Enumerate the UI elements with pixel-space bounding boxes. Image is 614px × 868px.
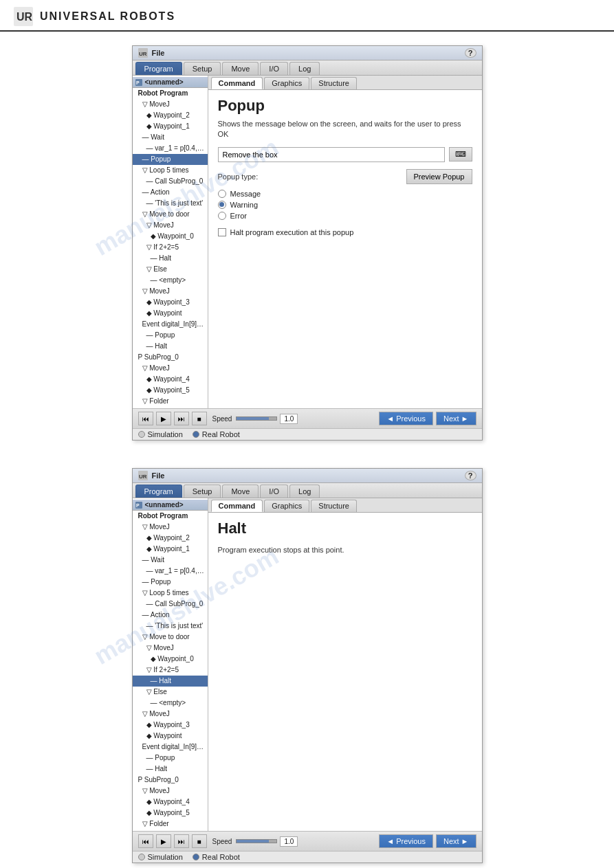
radio-warning[interactable]: Warning [218, 201, 472, 209]
tab1-setup[interactable]: Setup [184, 62, 221, 75]
tree-item-5[interactable]: — var_1 = p[0.4,0.4,0.0 [133, 143, 208, 154]
next-btn2[interactable]: Next ► [436, 834, 476, 848]
prev-btn1[interactable]: ◄ Previous [379, 412, 433, 425]
tree2-item-28[interactable]: ▽ Folder [133, 819, 208, 830]
tree-item-0[interactable]: Robot Program [133, 88, 208, 99]
tree-item-23[interactable]: — Halt [133, 341, 208, 352]
tree-item-24[interactable]: P SubProg_0 [133, 352, 208, 363]
tree-item-15[interactable]: — Halt [133, 253, 208, 264]
tab1-program[interactable]: Program [135, 62, 182, 75]
tree2-item-13[interactable]: ◆ Waypoint_0 [133, 654, 208, 665]
tree-item-10[interactable]: — 'This is just text' [133, 198, 208, 209]
tree2-item-27[interactable]: ◆ Waypoint_5 [133, 808, 208, 819]
tab1-log[interactable]: Log [289, 62, 320, 75]
tree2-item-21[interactable]: Event digital_In[9]=Fals [133, 742, 208, 753]
tree2-item-14[interactable]: ▽ If 2+2=5 [133, 665, 208, 676]
transport2-stop-btn[interactable]: ■ [192, 834, 207, 848]
tree-item-16[interactable]: ▽ Else [133, 264, 208, 275]
tree-item-21[interactable]: Event digital_In[9]=Fals [133, 319, 208, 330]
tree2-item-19[interactable]: ◆ Waypoint_3 [133, 720, 208, 731]
subtab2-command[interactable]: Command [211, 500, 263, 512]
radio-message[interactable]: Message [218, 190, 472, 198]
tree2-item-0[interactable]: Robot Program [133, 511, 208, 522]
transport-start-btn[interactable]: ⏮ [138, 412, 153, 425]
tree-item-27[interactable]: ◆ Waypoint_5 [133, 385, 208, 396]
subtab2-graphics[interactable]: Graphics [264, 500, 309, 512]
tree2-item-16[interactable]: ▽ Else [133, 687, 208, 698]
tree-item-22[interactable]: — Popup [133, 330, 208, 341]
tree-item-18[interactable]: ▽ MoveJ [133, 286, 208, 297]
tree-item-20[interactable]: ◆ Waypoint [133, 308, 208, 319]
transport-play-btn[interactable]: ▶ [156, 412, 171, 425]
transport2-start-btn[interactable]: ⏮ [138, 834, 153, 848]
real-robot-item2[interactable]: Real Robot [193, 853, 240, 861]
tree2-item-5[interactable]: — var_1 = p[0.4,0.4,0.0 [133, 566, 208, 577]
tree-item-4[interactable]: — Wait [133, 132, 208, 143]
tree2-item-7[interactable]: ▽ Loop 5 times [133, 588, 208, 599]
transport-end-btn[interactable]: ⏭ [174, 412, 189, 425]
tree-item-28[interactable]: ▽ Folder [133, 396, 208, 407]
tree-item-14[interactable]: ▽ If 2+2=5 [133, 242, 208, 253]
prev-btn2[interactable]: ◄ Previous [379, 834, 433, 848]
help-icon1[interactable]: ? [465, 48, 476, 58]
tree-item-19[interactable]: ◆ Waypoint_3 [133, 297, 208, 308]
tab1-io[interactable]: I/O [260, 62, 288, 75]
tree2-item-1[interactable]: ▽ MoveJ [133, 522, 208, 533]
tree2-item-11[interactable]: ▽ Move to door [133, 632, 208, 643]
tree-item-13[interactable]: ◆ Waypoint_0 [133, 231, 208, 242]
halt-checkbox-row[interactable]: Halt program execution at this popup [218, 228, 472, 236]
tree2-item-10[interactable]: — 'This is just text' [133, 621, 208, 632]
keyboard-button[interactable]: ⌨ [449, 147, 472, 162]
speed-slider1[interactable] [236, 416, 277, 421]
tree-item-26[interactable]: ◆ Waypoint_4 [133, 374, 208, 385]
preview-popup-button[interactable]: Preview Popup [406, 169, 472, 184]
tree2-item-20[interactable]: ◆ Waypoint [133, 731, 208, 742]
tree-item-7[interactable]: ▽ Loop 5 times [133, 165, 208, 176]
transport2-play-btn[interactable]: ▶ [156, 834, 171, 848]
tree-item-25[interactable]: ▽ MoveJ [133, 363, 208, 374]
tree2-item-15[interactable]: — Halt [133, 676, 208, 687]
tree2-item-26[interactable]: ◆ Waypoint_4 [133, 797, 208, 808]
tree2-item-25[interactable]: ▽ MoveJ [133, 786, 208, 797]
tree2-item-23[interactable]: — Halt [133, 764, 208, 775]
tree-item-17[interactable]: — <empty> [133, 275, 208, 286]
subtab1-command[interactable]: Command [211, 77, 263, 89]
subtab1-structure[interactable]: Structure [311, 77, 357, 89]
tab2-io[interactable]: I/O [260, 485, 288, 498]
tree2-item-24[interactable]: P SubProg_0 [133, 775, 208, 786]
tree2-item-12[interactable]: ▽ MoveJ [133, 643, 208, 654]
tab2-log[interactable]: Log [289, 485, 320, 498]
help-icon2[interactable]: ? [465, 471, 476, 480]
tree2-item-9[interactable]: — Action [133, 610, 208, 621]
tree-item-9[interactable]: — Action [133, 187, 208, 198]
tree-item-2[interactable]: ◆ Waypoint_2 [133, 110, 208, 121]
tree2-item-22[interactable]: — Popup [133, 753, 208, 764]
tree2-item-3[interactable]: ◆ Waypoint_1 [133, 544, 208, 555]
tree2-item-17[interactable]: — <empty> [133, 698, 208, 709]
halt-checkbox[interactable] [218, 228, 226, 236]
subtab2-structure[interactable]: Structure [311, 500, 357, 512]
tree2-item-2[interactable]: ◆ Waypoint_2 [133, 533, 208, 544]
popup-text-input[interactable] [218, 147, 445, 162]
tree-item-6[interactable]: — Popup [133, 154, 208, 165]
tree2-item-6[interactable]: — Popup [133, 577, 208, 588]
tree2-item-18[interactable]: ▽ MoveJ [133, 709, 208, 720]
simulation-item1[interactable]: Simulation [138, 430, 183, 438]
subtab1-graphics[interactable]: Graphics [264, 77, 309, 89]
speed-slider2[interactable] [236, 839, 277, 843]
tree-item-12[interactable]: ▽ MoveJ [133, 220, 208, 231]
next-btn1[interactable]: Next ► [436, 412, 476, 425]
tab2-setup[interactable]: Setup [184, 485, 221, 498]
transport-stop-btn[interactable]: ■ [192, 412, 207, 425]
simulation-item2[interactable]: Simulation [138, 853, 183, 861]
tree-item-3[interactable]: ◆ Waypoint_1 [133, 121, 208, 132]
tree2-item-4[interactable]: — Wait [133, 555, 208, 566]
tree-item-8[interactable]: — Call SubProg_0 [133, 176, 208, 187]
tab1-move[interactable]: Move [222, 62, 259, 75]
tab2-move[interactable]: Move [222, 485, 259, 498]
tree2-item-8[interactable]: — Call SubProg_0 [133, 599, 208, 610]
tab2-program[interactable]: Program [135, 485, 182, 498]
transport2-end-btn[interactable]: ⏭ [174, 834, 189, 848]
tree-item-1[interactable]: ▽ MoveJ [133, 99, 208, 110]
tree-item-11[interactable]: ▽ Move to door [133, 209, 208, 220]
